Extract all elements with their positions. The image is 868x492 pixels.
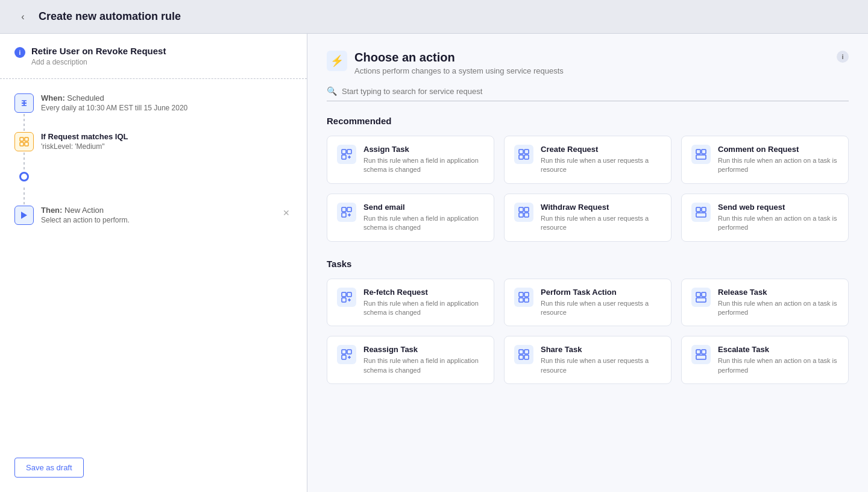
svg-rect-31: [702, 207, 706, 212]
svg-rect-46: [347, 350, 351, 354]
action-card-info: Comment on Request Run this rule when an…: [718, 145, 838, 175]
left-panel: i Retire User on Revoke Request Add a de…: [0, 34, 307, 492]
svg-rect-16: [519, 155, 523, 159]
svg-rect-51: [524, 350, 529, 354]
rule-header: i Retire User on Revoke Request Add a de…: [0, 34, 307, 79]
flow-then-text: Then: New Action Select an action to per…: [41, 206, 273, 224]
svg-rect-39: [524, 292, 529, 297]
rule-description[interactable]: Add a description: [31, 58, 166, 66]
flow-dot: [19, 172, 29, 181]
svg-rect-54: [696, 350, 700, 354]
action-card-icon: [337, 288, 356, 307]
action-card-comment-on-request[interactable]: Comment on Request Run this rule when an…: [681, 136, 849, 184]
choose-action-title: Choose an action: [354, 51, 564, 65]
action-card-name: Send email: [363, 203, 484, 212]
action-card-assign-task[interactable]: Assign Task Run this rule when a field i…: [327, 136, 494, 184]
search-container: 🔍: [327, 86, 849, 101]
action-card-desc: Run this rule when a field in applicatio…: [363, 214, 484, 233]
flow-when-text: When: Scheduled Every daily at 10:30 AM …: [41, 93, 292, 112]
flow-icon-action: [14, 206, 34, 225]
task-action-grid: Re-fetch Request Run this rule when a fi…: [327, 279, 849, 385]
flow-then-label: Then: New Action: [41, 206, 273, 215]
svg-rect-34: [347, 292, 351, 297]
rule-name: Retire User on Revoke Request: [31, 46, 166, 56]
action-card-name: Assign Task: [363, 145, 484, 154]
svg-rect-7: [25, 142, 28, 146]
action-card-share-task[interactable]: Share Task Run this rule when a user req…: [504, 336, 671, 384]
rule-info-icon[interactable]: i: [14, 47, 25, 58]
svg-rect-56: [696, 355, 706, 359]
flow-then-sub: Select an action to perform.: [41, 216, 273, 224]
action-card-desc: Run this rule when a user requests a res…: [541, 356, 661, 375]
search-icon: 🔍: [327, 86, 337, 96]
svg-rect-6: [20, 142, 24, 146]
search-input[interactable]: [342, 87, 583, 96]
flow-connector-2: [24, 153, 25, 169]
svg-rect-53: [524, 355, 529, 359]
action-card-send-web-request[interactable]: Send web request Run this rule when an a…: [681, 194, 849, 242]
action-card-name: Send web request: [718, 203, 838, 212]
page-header: ‹ Create new automation rule: [0, 0, 868, 34]
svg-rect-17: [524, 155, 529, 159]
svg-rect-28: [519, 213, 523, 217]
action-card-perform-task-action[interactable]: Perform Task Action Run this rule when a…: [504, 279, 671, 327]
action-card-name: Share Task: [541, 345, 661, 354]
action-card-icon: [514, 145, 533, 164]
action-card-info: Assign Task Run this rule when a field i…: [363, 145, 484, 175]
save-draft-button[interactable]: Save as draft: [14, 458, 84, 478]
svg-rect-5: [25, 137, 28, 141]
flow-item-condition[interactable]: If Request matches IQL 'riskLevel: 'Medi…: [14, 132, 292, 151]
action-card-icon: [691, 145, 711, 164]
svg-rect-55: [702, 350, 706, 354]
flow-when-label: When: Scheduled: [41, 93, 292, 102]
action-card-name: Reassign Task: [363, 345, 484, 354]
flow-connector-3: [24, 188, 25, 204]
svg-rect-38: [519, 292, 523, 297]
action-card-send-email[interactable]: Send email Run this rule when a field in…: [327, 194, 494, 242]
action-card-create-request[interactable]: Create Request Run this rule when a user…: [504, 136, 671, 184]
action-card-desc: Run this rule when an action on a task i…: [718, 156, 838, 175]
svg-rect-9: [342, 150, 346, 154]
info-icon-right[interactable]: i: [837, 51, 849, 63]
svg-rect-32: [696, 213, 706, 217]
svg-rect-35: [342, 298, 346, 302]
flow-icon-condition: [14, 132, 34, 151]
flow-condition-label: If Request matches IQL: [41, 132, 292, 141]
action-card-icon: [691, 345, 711, 364]
action-card-info: Withdraw Request Run this rule when a us…: [541, 203, 661, 233]
action-card-desc: Run this rule when an action on a task i…: [718, 299, 838, 318]
svg-rect-52: [519, 355, 523, 359]
action-card-desc: Run this rule when a user requests a res…: [541, 299, 661, 318]
action-card-escalate-task[interactable]: Escalate Task Run this rule when an acti…: [681, 336, 849, 384]
recommended-action-grid: Assign Task Run this rule when a field i…: [327, 136, 849, 242]
flow-when-sub: Every daily at 10:30 AM EST till 15 June…: [41, 104, 292, 112]
action-card-desc: Run this rule when an action on a task i…: [718, 356, 838, 375]
flow-item-then[interactable]: Then: New Action Select an action to per…: [14, 206, 292, 225]
action-card-desc: Run this rule when a user requests a res…: [541, 156, 661, 175]
flow-condition-sub: 'riskLevel: 'Medium": [41, 142, 292, 151]
action-card-icon: [337, 345, 356, 364]
action-card-icon: [514, 203, 533, 222]
search-box: 🔍: [327, 86, 849, 101]
svg-rect-47: [342, 355, 346, 359]
flow-then-close-button[interactable]: ✕: [280, 206, 292, 220]
action-card-name: Perform Task Action: [541, 288, 661, 297]
svg-rect-4: [20, 137, 24, 141]
action-card-release-task[interactable]: Release Task Run this rule when an actio…: [681, 279, 849, 327]
action-card-info: Perform Task Action Run this rule when a…: [541, 288, 661, 318]
action-card-info: Create Request Run this rule when a user…: [541, 145, 661, 175]
flow-icon-schedule: [14, 93, 34, 113]
svg-rect-18: [696, 150, 700, 154]
flow-connector-1: [24, 114, 25, 131]
lightning-icon: ⚡: [327, 51, 347, 71]
action-card-withdraw-request[interactable]: Withdraw Request Run this rule when a us…: [504, 194, 671, 242]
svg-rect-27: [524, 207, 529, 212]
back-button[interactable]: ‹: [14, 8, 31, 25]
action-card-info: Release Task Run this rule when an actio…: [718, 288, 838, 318]
action-card-icon: [691, 203, 711, 222]
action-card-name: Comment on Request: [718, 145, 838, 154]
flow-item-when[interactable]: When: Scheduled Every daily at 10:30 AM …: [14, 93, 292, 113]
action-card-reassign-task[interactable]: Reassign Task Run this rule when a field…: [327, 336, 494, 384]
action-card-re-fetch-request[interactable]: Re-fetch Request Run this rule when a fi…: [327, 279, 494, 327]
svg-rect-43: [702, 292, 706, 297]
